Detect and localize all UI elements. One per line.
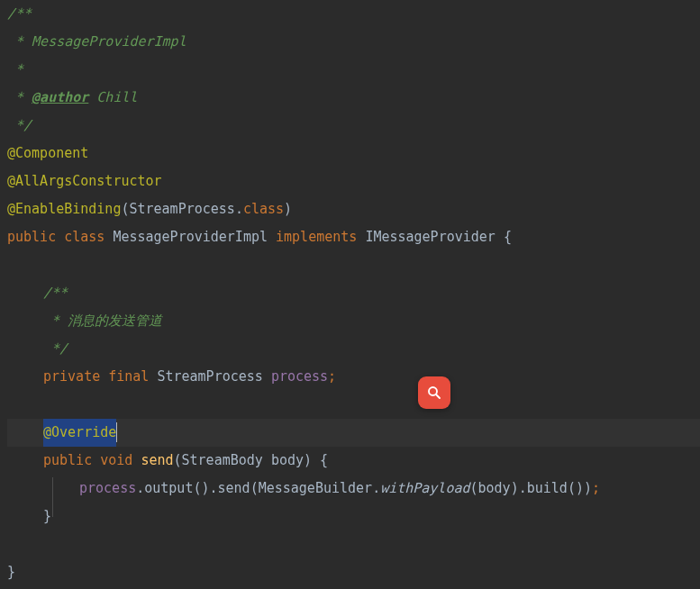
kw-public2: public (43, 452, 92, 468)
d1: . (136, 480, 144, 496)
pc4: ) (576, 480, 584, 496)
semi: ; (328, 368, 336, 385)
field-doc-close: */ (43, 340, 68, 357)
call-build: build (527, 480, 568, 496)
po2: ( (250, 480, 259, 496)
javadoc-author-prefix: * (7, 89, 32, 105)
po3: ( (470, 480, 478, 496)
param-name: body (271, 452, 304, 468)
class-keyword: class (243, 201, 284, 217)
javadoc-blank: * (7, 61, 23, 77)
blank-line-2 (7, 391, 700, 419)
annotation-override: @Override (43, 424, 116, 440)
iface-name: IMessageProvider (365, 229, 495, 245)
d4: . (519, 480, 527, 496)
method-name: send (141, 452, 173, 468)
field-doc-open: /** (43, 285, 68, 301)
m-brace-open: { (320, 452, 328, 468)
search-button[interactable] (418, 376, 450, 409)
paren-close: ) (284, 201, 292, 217)
field-doc-line: * 消息的发送管道 (43, 313, 162, 329)
param-type: StreamBody (182, 452, 263, 468)
indent-guide (52, 477, 53, 517)
javadoc-close: */ (7, 117, 32, 133)
po4: ( (568, 480, 576, 496)
ref-builder: MessageBuilder (259, 480, 372, 496)
class-name: MessageProviderImpl (113, 229, 268, 245)
kw-void: void (100, 452, 132, 468)
semi2: ; (592, 480, 600, 496)
kw-public: public (7, 229, 56, 245)
annotation-allargs: @AllArgsConstructor (7, 173, 162, 189)
d2: . (210, 480, 218, 496)
call-withpayload: withPayload (380, 480, 469, 496)
d3: . (372, 480, 380, 496)
arg-body: body (478, 480, 511, 496)
kw-final: final (108, 368, 149, 385)
javadoc-author-tag: @author (32, 89, 88, 105)
call-output: output (144, 480, 193, 496)
p-close: ) (304, 452, 312, 468)
search-icon (426, 385, 442, 401)
javadoc-desc: * MessageProviderImpl (7, 33, 186, 50)
code-editor[interactable]: /** * MessageProviderImpl * * @author Ch… (0, 0, 700, 586)
current-line[interactable]: @Override (7, 419, 700, 447)
class-brace-close: } (7, 564, 15, 580)
kw-class: class (64, 229, 105, 245)
p-open: ( (174, 452, 182, 468)
field-type: StreamProcess (157, 368, 262, 385)
pc3: ) (511, 480, 519, 496)
type-streamprocess: StreamProcess (129, 201, 234, 217)
blank-line-3 (7, 530, 700, 558)
annotation-component: @Component (7, 145, 88, 161)
m-brace-close: } (43, 508, 51, 524)
pc2: ) (584, 480, 592, 496)
javadoc-author-name: Chill (88, 89, 137, 105)
call-send: send (218, 480, 250, 496)
pc1: ) (201, 480, 209, 496)
javadoc-open: /** (7, 5, 32, 22)
field-name: process (271, 368, 328, 385)
blank-line (7, 251, 700, 279)
kw-implements: implements (276, 229, 357, 245)
kw-private: private (43, 368, 100, 385)
svg-line-1 (436, 394, 440, 398)
text-caret (116, 422, 117, 442)
ref-process: process (79, 480, 136, 496)
dot: . (235, 201, 243, 217)
annotation-enablebinding: @EnableBinding (7, 201, 121, 217)
brace-open: { (504, 229, 512, 245)
